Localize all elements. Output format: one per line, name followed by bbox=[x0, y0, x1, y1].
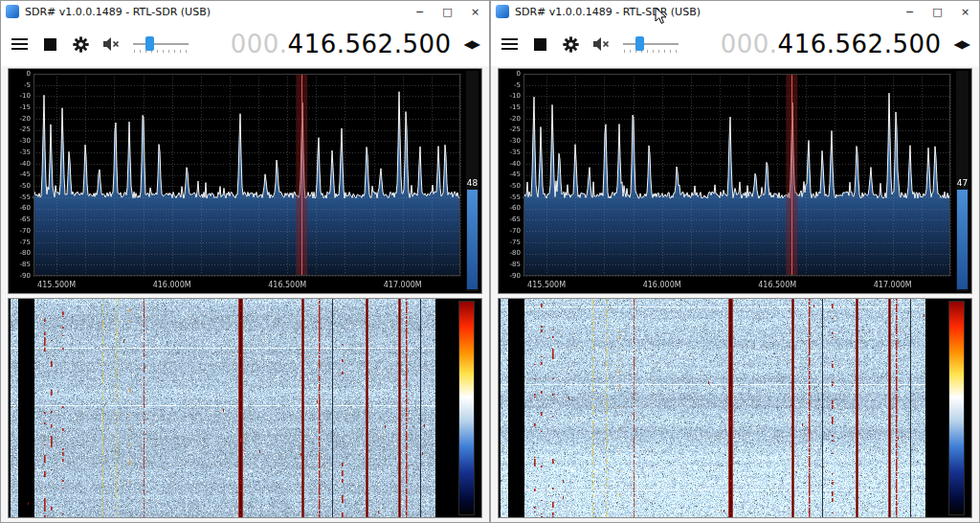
titlebar[interactable]: SDR# v1.0.0.1489 - RTL-SDR (USB) ─ □ × bbox=[491, 1, 979, 22]
speaker-muted-icon bbox=[592, 36, 611, 52]
frequency-display[interactable]: 000.416.562.500 bbox=[721, 32, 942, 57]
frequency-step-control[interactable]: ◀▶ bbox=[464, 37, 479, 51]
maximize-button[interactable]: □ bbox=[434, 1, 461, 22]
volume-slider[interactable] bbox=[133, 34, 189, 54]
gear-icon bbox=[73, 36, 89, 53]
gear-icon bbox=[563, 36, 579, 53]
spectrum-canvas[interactable] bbox=[499, 69, 971, 293]
step-left-icon[interactable]: ◀ bbox=[464, 37, 472, 51]
waterfall-panel bbox=[8, 298, 482, 518]
sdr-window-right: SDR# v1.0.0.1489 - RTL-SDR (USB) ─ □ × 0… bbox=[490, 0, 980, 523]
step-right-icon[interactable]: ▶ bbox=[962, 37, 969, 51]
maximize-button[interactable]: □ bbox=[924, 1, 951, 22]
close-button[interactable]: × bbox=[951, 1, 979, 22]
step-left-icon[interactable]: ◀ bbox=[954, 37, 962, 51]
app-icon bbox=[6, 5, 19, 18]
frequency-leading-zeros: 000. bbox=[721, 32, 778, 57]
step-right-icon[interactable]: ▶ bbox=[472, 37, 479, 51]
window-controls: ─ □ × bbox=[406, 1, 489, 22]
slider-ticks bbox=[624, 50, 678, 53]
sdr-window-left: SDR# v1.0.0.1489 - RTL-SDR (USB) ─ □ × 0… bbox=[0, 0, 490, 523]
slider-thumb[interactable] bbox=[145, 36, 154, 51]
menu-icon bbox=[11, 35, 28, 53]
slider-ticks bbox=[134, 50, 188, 53]
titlebar[interactable]: SDR# v1.0.0.1489 - RTL-SDR (USB) ─ □ × bbox=[1, 1, 489, 22]
menu-button[interactable] bbox=[499, 30, 520, 58]
frequency-value: 416.562.500 bbox=[288, 32, 452, 57]
frequency-value: 416.562.500 bbox=[778, 32, 942, 57]
spectrum-canvas[interactable] bbox=[9, 69, 481, 293]
stop-button[interactable] bbox=[529, 30, 550, 58]
menu-button[interactable] bbox=[9, 30, 30, 58]
waterfall-canvas[interactable] bbox=[9, 299, 481, 517]
window-title: SDR# v1.0.0.1489 - RTL-SDR (USB) bbox=[25, 6, 406, 18]
settings-button[interactable] bbox=[70, 30, 91, 58]
mute-button[interactable] bbox=[100, 30, 122, 58]
slider-track bbox=[133, 43, 189, 45]
stop-button[interactable] bbox=[39, 30, 60, 58]
stop-icon bbox=[44, 38, 56, 51]
menu-icon bbox=[501, 35, 518, 53]
minimize-button[interactable]: ─ bbox=[896, 1, 924, 22]
waterfall-canvas[interactable] bbox=[499, 299, 971, 517]
stop-icon bbox=[534, 38, 546, 51]
volume-slider[interactable] bbox=[623, 34, 679, 54]
minimize-button[interactable]: ─ bbox=[406, 1, 434, 22]
frequency-leading-zeros: 000. bbox=[231, 32, 288, 57]
slider-thumb[interactable] bbox=[635, 36, 644, 51]
spectrum-panel bbox=[8, 68, 482, 294]
settings-button[interactable] bbox=[560, 30, 581, 58]
frequency-step-control[interactable]: ◀▶ bbox=[954, 37, 969, 51]
waterfall-panel bbox=[498, 298, 972, 518]
toolbar: 000.416.562.500 ◀▶ bbox=[491, 22, 979, 66]
window-controls: ─ □ × bbox=[896, 1, 979, 22]
slider-track bbox=[623, 43, 679, 45]
close-button[interactable]: × bbox=[461, 1, 489, 22]
spectrum-panel bbox=[498, 68, 972, 294]
window-title: SDR# v1.0.0.1489 - RTL-SDR (USB) bbox=[515, 6, 896, 18]
app-icon bbox=[496, 5, 509, 18]
mouse-cursor bbox=[655, 7, 667, 25]
speaker-muted-icon bbox=[102, 36, 121, 52]
mute-button[interactable] bbox=[590, 30, 612, 58]
toolbar: 000.416.562.500 ◀▶ bbox=[1, 22, 489, 66]
frequency-display[interactable]: 000.416.562.500 bbox=[231, 32, 452, 57]
